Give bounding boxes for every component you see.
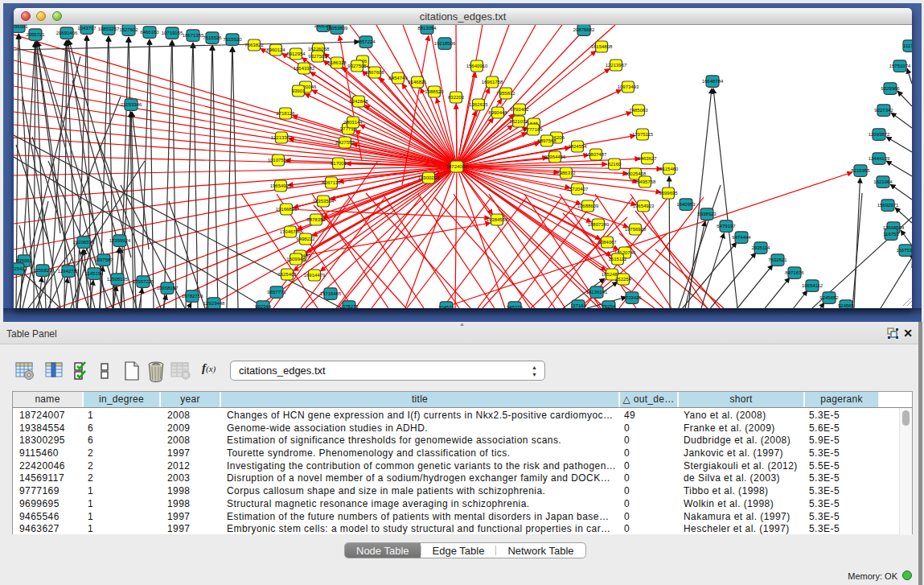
svg-text:10025458: 10025458 xyxy=(625,171,647,176)
svg-text:8471676: 8471676 xyxy=(785,270,804,275)
svg-text:9227342: 9227342 xyxy=(874,108,893,113)
svg-text:3824554: 3824554 xyxy=(568,144,587,149)
svg-text:9242848: 9242848 xyxy=(349,99,368,104)
svg-text:12213967: 12213967 xyxy=(606,63,627,68)
svg-text:19654925: 19654925 xyxy=(270,183,292,188)
svg-text:12923448: 12923448 xyxy=(203,301,225,306)
svg-text:15720407: 15720407 xyxy=(567,187,589,192)
svg-text:835061: 835061 xyxy=(16,258,33,263)
svg-text:3915411: 3915411 xyxy=(14,266,27,271)
svg-text:116753: 116753 xyxy=(883,232,899,237)
svg-text:10688609: 10688609 xyxy=(577,204,599,208)
svg-text:19218506: 19218506 xyxy=(434,41,456,46)
svg-text:19166825: 19166825 xyxy=(276,207,298,212)
svg-text:16543382: 16543382 xyxy=(294,66,315,71)
svg-text:9657771: 9657771 xyxy=(267,290,286,295)
svg-text:8186328: 8186328 xyxy=(327,60,347,65)
svg-text:1156829: 1156829 xyxy=(34,268,53,273)
svg-text:9329966: 9329966 xyxy=(881,86,900,91)
svg-text:2803144: 2803144 xyxy=(343,120,363,125)
svg-text:1621072: 1621072 xyxy=(509,119,528,124)
svg-text:9327505: 9327505 xyxy=(347,64,367,68)
svg-text:20691406: 20691406 xyxy=(56,31,78,35)
svg-text:9474444: 9474444 xyxy=(732,235,751,240)
svg-text:16782759: 16782759 xyxy=(182,294,203,299)
svg-text:16914479: 16914479 xyxy=(304,273,326,278)
svg-text:16961758: 16961758 xyxy=(482,80,503,84)
svg-text:8990448: 8990448 xyxy=(488,110,507,115)
svg-text:8267130: 8267130 xyxy=(322,180,341,185)
svg-text:1043717: 1043717 xyxy=(77,26,97,31)
svg-text:7515526: 7515526 xyxy=(203,35,222,40)
svg-text:6793402: 6793402 xyxy=(510,107,529,112)
svg-text:20876682: 20876682 xyxy=(573,27,595,32)
svg-text:1621064: 1621064 xyxy=(873,179,893,184)
svg-text:17957225: 17957225 xyxy=(133,279,154,284)
svg-text:15751074: 15751074 xyxy=(889,64,911,68)
svg-text:1167533: 1167533 xyxy=(897,248,912,253)
svg-text:18724007: 18724007 xyxy=(446,164,468,169)
svg-text:19654923: 19654923 xyxy=(633,204,655,208)
svg-text:9245652: 9245652 xyxy=(819,295,839,300)
svg-text:8454749: 8454749 xyxy=(388,76,408,80)
svg-text:6479197: 6479197 xyxy=(717,224,736,229)
svg-text:15692971: 15692971 xyxy=(877,203,899,208)
svg-text:8878352: 8878352 xyxy=(306,217,326,222)
svg-text:817001: 817001 xyxy=(331,161,347,166)
svg-text:2055721: 2055721 xyxy=(26,32,45,37)
svg-text:19384554: 19384554 xyxy=(487,217,508,222)
svg-text:14136141: 14136141 xyxy=(586,290,608,295)
svg-text:8427552: 8427552 xyxy=(335,140,355,145)
svg-text:16671355: 16671355 xyxy=(183,33,204,38)
svg-text:10853257: 10853257 xyxy=(98,27,120,31)
svg-text:15640910: 15640910 xyxy=(466,64,488,68)
svg-text:6466160: 6466160 xyxy=(140,30,159,35)
svg-text:7986372: 7986372 xyxy=(556,171,576,175)
svg-text:16648784: 16648784 xyxy=(702,79,724,84)
svg-text:62160: 62160 xyxy=(608,162,622,167)
svg-text:12942757: 12942757 xyxy=(58,269,80,274)
svg-text:9115460: 9115460 xyxy=(660,167,680,171)
svg-text:20206576: 20206576 xyxy=(73,240,95,245)
svg-text:9463627: 9463627 xyxy=(638,156,657,161)
svg-text:17046706: 17046706 xyxy=(280,229,302,234)
svg-text:7857224: 7857224 xyxy=(356,39,376,44)
svg-text:17975115: 17975115 xyxy=(632,132,654,137)
svg-text:12093872: 12093872 xyxy=(869,132,890,137)
svg-text:12505135: 12505135 xyxy=(107,277,129,282)
svg-text:21053346: 21053346 xyxy=(121,102,142,107)
svg-text:12444139: 12444139 xyxy=(869,156,890,161)
svg-text:10807487: 10807487 xyxy=(585,152,607,157)
svg-text:10958187: 10958187 xyxy=(157,286,179,290)
svg-text:10654112: 10654112 xyxy=(802,283,823,288)
svg-text:8912954: 8912954 xyxy=(286,51,306,56)
svg-text:7485063: 7485063 xyxy=(629,108,648,113)
svg-text:1615112: 1615112 xyxy=(609,257,628,262)
svg-text:8215955: 8215955 xyxy=(851,168,870,173)
svg-text:9084067: 9084067 xyxy=(598,240,617,245)
svg-text:9146821: 9146821 xyxy=(408,80,427,84)
svg-text:2935114: 2935114 xyxy=(752,245,771,250)
svg-text:2718126: 2718126 xyxy=(276,111,295,116)
svg-text:17359924: 17359924 xyxy=(109,238,131,243)
svg-text:16495758: 16495758 xyxy=(634,179,656,184)
svg-text:12353594: 12353594 xyxy=(313,199,335,204)
svg-text:9327505: 9327505 xyxy=(308,54,327,59)
svg-text:1362615: 1362615 xyxy=(469,102,488,107)
svg-text:832203: 832203 xyxy=(448,95,465,100)
svg-text:8395001: 8395001 xyxy=(14,25,28,29)
svg-text:93901: 93901 xyxy=(292,89,306,93)
svg-text:1527602: 1527602 xyxy=(119,27,138,32)
svg-text:9699695: 9699695 xyxy=(659,191,678,196)
svg-text:8813054: 8813054 xyxy=(417,26,437,31)
svg-text:9498222: 9498222 xyxy=(296,237,315,241)
svg-text:7632621: 7632621 xyxy=(768,257,787,262)
svg-text:15716485: 15716485 xyxy=(320,291,342,296)
svg-text:10973493: 10973493 xyxy=(618,84,639,89)
svg-text:252254: 252254 xyxy=(615,277,632,282)
svg-text:1609948: 1609948 xyxy=(286,257,306,262)
svg-text:8960124: 8960124 xyxy=(266,47,285,52)
svg-text:1588520: 1588520 xyxy=(425,89,444,94)
svg-text:19756928: 19756928 xyxy=(625,227,647,232)
svg-text:6897568: 6897568 xyxy=(537,138,556,143)
